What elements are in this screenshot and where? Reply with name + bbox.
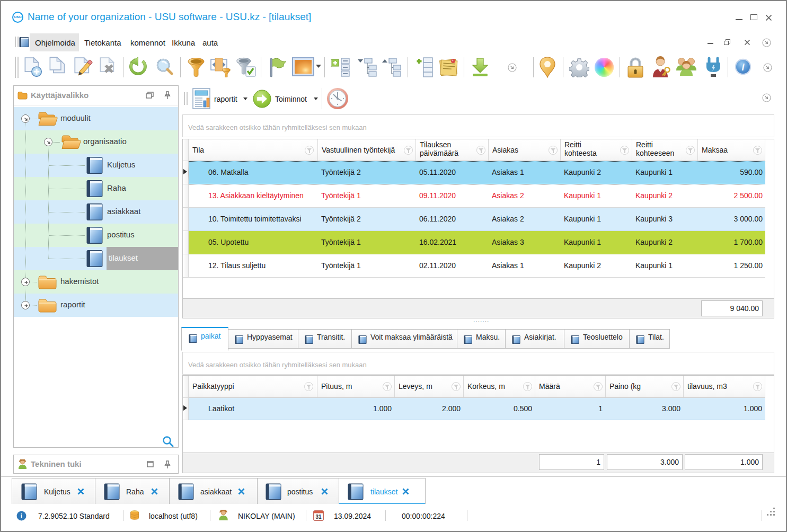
svg-text:i: i <box>21 512 22 520</box>
svg-text:31: 31 <box>315 514 322 520</box>
